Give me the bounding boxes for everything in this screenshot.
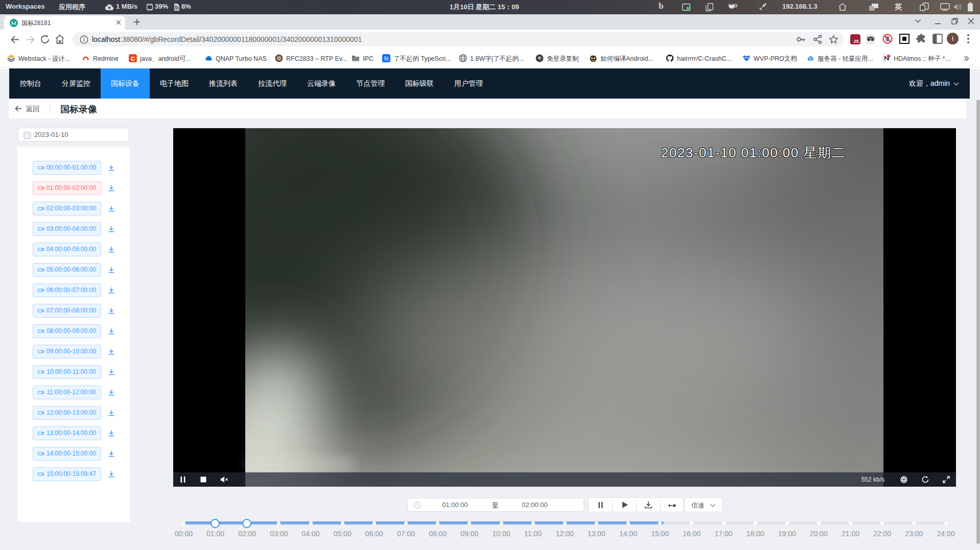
svg-text:WVP-PRO: WVP-PRO bbox=[742, 57, 751, 59]
svg-text:C: C bbox=[131, 56, 135, 62]
svg-text:知: 知 bbox=[384, 56, 389, 61]
svg-text:JS: JS bbox=[853, 39, 859, 44]
